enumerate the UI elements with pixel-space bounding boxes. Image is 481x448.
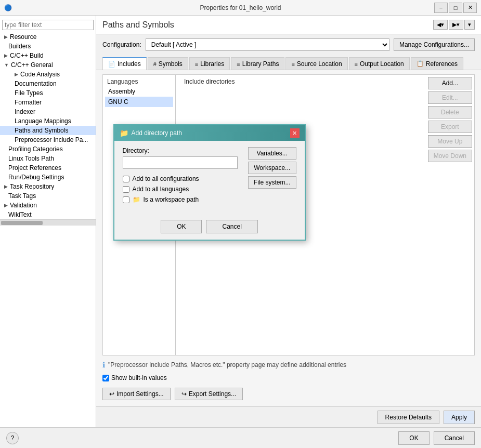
modal-close-button[interactable]: ✕ bbox=[290, 128, 300, 138]
variables-button[interactable]: Variables... bbox=[248, 147, 296, 160]
checkbox-row-all-configs: Add to all configurations bbox=[123, 175, 238, 182]
modal-header-icon: 📁 bbox=[120, 129, 128, 137]
workspace-path-label: Is a workspace path bbox=[144, 196, 199, 203]
directory-label: Directory: bbox=[123, 147, 238, 154]
file-system-button[interactable]: File system... bbox=[248, 176, 296, 189]
directory-input[interactable] bbox=[123, 156, 238, 169]
checkbox-row-all-langs: Add to all languages bbox=[123, 186, 238, 193]
all-configs-label: Add to all configurations bbox=[133, 175, 199, 182]
modal-title: Add directory path bbox=[132, 129, 182, 137]
workspace-button[interactable]: Workspace... bbox=[248, 162, 296, 174]
modal-cancel-button[interactable]: Cancel bbox=[206, 220, 257, 233]
modal-header: 📁 Add directory path ✕ bbox=[114, 125, 305, 141]
modal-overlay: 📁 Add directory path ✕ Directory: Add to… bbox=[0, 0, 481, 448]
all-configs-checkbox[interactable] bbox=[123, 176, 129, 182]
modal-body: Directory: Add to all configurations Add… bbox=[114, 141, 305, 216]
modal-header-left: 📁 Add directory path bbox=[120, 129, 182, 137]
modal-ok-button[interactable]: OK bbox=[161, 220, 202, 233]
modal-footer: OK Cancel bbox=[114, 216, 305, 240]
all-languages-checkbox[interactable] bbox=[123, 186, 129, 193]
modal-right-buttons: Variables... Workspace... File system... bbox=[248, 147, 296, 209]
all-languages-label: Add to all languages bbox=[133, 186, 189, 193]
workspace-path-checkbox[interactable] bbox=[123, 196, 129, 203]
folder-icon: 📁 bbox=[133, 196, 140, 203]
modal-dialog: 📁 Add directory path ✕ Directory: Add to… bbox=[113, 124, 306, 241]
checkbox-row-workspace-path: 📁 Is a workspace path bbox=[123, 196, 238, 203]
modal-checkboxes: Add to all configurations Add to all lan… bbox=[123, 175, 238, 203]
